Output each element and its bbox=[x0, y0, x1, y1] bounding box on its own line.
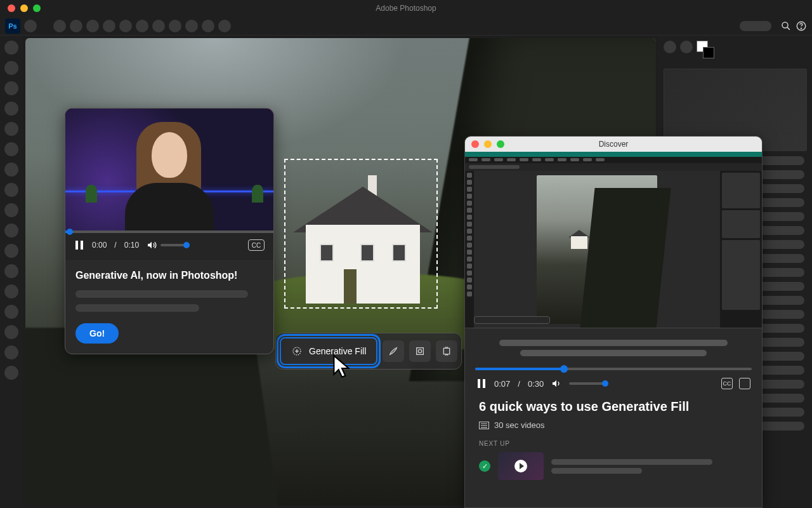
menu-item[interactable] bbox=[53, 20, 66, 32]
tool-button[interactable] bbox=[4, 61, 18, 75]
next-item-title bbox=[551, 456, 748, 477]
search-field[interactable] bbox=[740, 21, 771, 31]
brush-icon[interactable] bbox=[383, 340, 404, 362]
svg-rect-5 bbox=[417, 348, 424, 355]
app-logo[interactable]: Ps bbox=[5, 18, 20, 34]
menu-item[interactable] bbox=[86, 20, 99, 32]
selection-marquee[interactable] bbox=[284, 159, 438, 309]
discover-title: Discover bbox=[599, 140, 629, 149]
tool-button[interactable] bbox=[4, 183, 18, 197]
discover-titlebar: Discover bbox=[465, 137, 762, 152]
discover-headline: 6 quick ways to use Generative Fill bbox=[479, 399, 748, 414]
minimize-window-button[interactable] bbox=[20, 4, 28, 12]
time-current: 0:07 bbox=[494, 379, 510, 389]
tutorial-description bbox=[75, 304, 199, 312]
menu-item[interactable] bbox=[152, 20, 165, 32]
help-icon[interactable] bbox=[796, 20, 807, 32]
discover-video[interactable] bbox=[465, 152, 762, 328]
tool-button[interactable] bbox=[4, 203, 18, 217]
cc-button[interactable]: CC bbox=[248, 239, 265, 251]
svg-point-0 bbox=[782, 22, 788, 28]
tool-button[interactable] bbox=[4, 122, 18, 136]
maximize-panel-button[interactable] bbox=[497, 140, 504, 148]
menu-item[interactable] bbox=[218, 20, 231, 32]
volume-icon[interactable] bbox=[551, 378, 561, 389]
menu-item[interactable] bbox=[103, 20, 115, 32]
time-total: 0:30 bbox=[528, 379, 544, 389]
sparkle-icon bbox=[291, 345, 303, 357]
svg-rect-8 bbox=[75, 241, 78, 250]
tool-button[interactable] bbox=[4, 366, 18, 380]
window-controls bbox=[0, 4, 41, 12]
cc-button[interactable]: CC bbox=[721, 378, 733, 389]
tool-button[interactable] bbox=[4, 325, 18, 339]
maximize-window-button[interactable] bbox=[33, 4, 41, 12]
tool-button[interactable] bbox=[4, 305, 18, 319]
volume-icon[interactable] bbox=[147, 240, 157, 250]
discover-description bbox=[465, 328, 762, 363]
video-progress[interactable] bbox=[65, 231, 273, 233]
next-thumbnail[interactable] bbox=[498, 452, 544, 480]
svg-point-3 bbox=[801, 28, 801, 29]
tool-button[interactable] bbox=[4, 284, 18, 298]
panel-tab[interactable] bbox=[680, 41, 693, 53]
time-current: 0:00 bbox=[92, 241, 107, 250]
tool-button[interactable] bbox=[4, 102, 18, 116]
time-separator: / bbox=[518, 379, 520, 389]
pause-icon[interactable] bbox=[476, 378, 487, 389]
svg-line-1 bbox=[787, 27, 790, 29]
menubar: Ps bbox=[0, 17, 812, 36]
tool-button[interactable] bbox=[4, 41, 18, 55]
menu-item[interactable] bbox=[70, 20, 82, 32]
tools-panel bbox=[0, 36, 23, 508]
menu-item[interactable] bbox=[169, 20, 181, 32]
contextual-taskbar: Generative Fill bbox=[275, 333, 462, 370]
search-icon[interactable] bbox=[780, 20, 792, 32]
svg-rect-7 bbox=[444, 348, 450, 354]
app-title: Adobe Photoshop bbox=[376, 4, 436, 13]
svg-rect-11 bbox=[483, 379, 485, 388]
next-item[interactable]: ✓ bbox=[479, 452, 748, 480]
close-window-button[interactable] bbox=[8, 4, 15, 12]
menu-item[interactable] bbox=[185, 20, 198, 32]
volume-slider[interactable] bbox=[160, 244, 188, 246]
discover-meta: 30 sec videos bbox=[494, 420, 545, 430]
volume-slider[interactable] bbox=[569, 382, 607, 385]
tutorial-card: 0:00 / 0:10 CC Generative AI, now in Pho… bbox=[65, 108, 274, 354]
tool-button[interactable] bbox=[4, 264, 18, 278]
video-controls: 0:00 / 0:10 CC bbox=[65, 231, 273, 260]
pip-icon[interactable] bbox=[739, 378, 750, 389]
tool-button[interactable] bbox=[4, 163, 18, 177]
close-panel-button[interactable] bbox=[471, 140, 479, 148]
discover-panel: Discover 0:07 / 0:30 CC bbox=[464, 136, 763, 508]
minimize-panel-button[interactable] bbox=[484, 140, 492, 148]
discover-controls: 0:07 / 0:30 CC bbox=[465, 370, 762, 397]
time-separator: / bbox=[114, 241, 116, 250]
image-content bbox=[25, 328, 280, 505]
svg-rect-10 bbox=[478, 379, 480, 388]
tool-button[interactable] bbox=[4, 345, 18, 359]
transform-icon[interactable] bbox=[436, 340, 457, 362]
pause-icon[interactable] bbox=[74, 240, 84, 250]
menu-item[interactable] bbox=[202, 20, 214, 32]
tutorial-video[interactable] bbox=[65, 109, 273, 231]
tool-button[interactable] bbox=[4, 142, 18, 156]
mask-icon[interactable] bbox=[409, 340, 431, 362]
next-up-label: NEXT UP bbox=[479, 440, 748, 447]
cursor-icon bbox=[331, 354, 353, 381]
generative-fill-button[interactable]: Generative Fill bbox=[280, 337, 377, 365]
go-button[interactable]: Go! bbox=[75, 323, 119, 344]
check-icon: ✓ bbox=[479, 460, 490, 472]
tool-button[interactable] bbox=[4, 81, 18, 95]
tool-button[interactable] bbox=[4, 244, 18, 258]
menu-item[interactable] bbox=[119, 20, 132, 32]
color-swatches[interactable] bbox=[697, 41, 716, 64]
time-total: 0:10 bbox=[124, 241, 139, 250]
menu-item[interactable] bbox=[136, 20, 148, 32]
tutorial-description bbox=[75, 290, 248, 298]
playlist-icon bbox=[479, 422, 489, 429]
tool-button[interactable] bbox=[4, 224, 18, 237]
panel-tab[interactable] bbox=[664, 41, 676, 53]
home-button[interactable] bbox=[24, 20, 37, 32]
discover-progress[interactable] bbox=[475, 368, 752, 370]
